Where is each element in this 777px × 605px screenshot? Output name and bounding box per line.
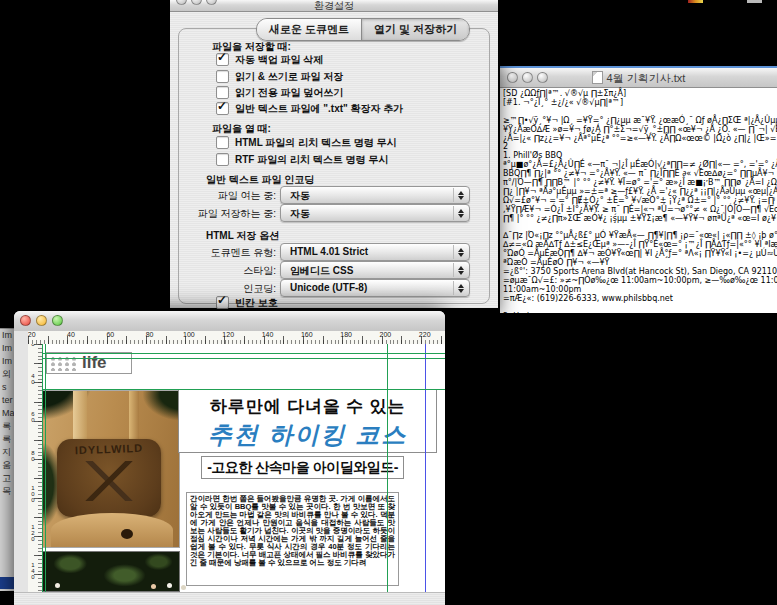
checkbox-delete-backup[interactable]: 자동 백업 파일 삭제 [216, 53, 323, 66]
popup-label: 파일 여는 중: [218, 189, 276, 203]
wood-plank [129, 391, 139, 441]
subhead-frame[interactable]: -고요한 산속마을 아이딜와일드- [201, 456, 404, 479]
headline-frame[interactable]: 하루만에 다녀올 수 있는 추천 하이킹 코스 [178, 389, 437, 453]
html-section-label: HTML 저장 옵션 [206, 229, 279, 243]
tab-new-document[interactable]: 새로운 도큐멘트 [257, 19, 361, 40]
ruler-number: 140 [262, 331, 274, 338]
popup-row-doc-type: 도큐멘트 유형: HTML 4.01 Strict [170, 243, 498, 260]
checkbox-label: HTML 파일의 리치 텍스트 명령 무시 [235, 136, 396, 150]
headline-line2: 추천 하이킹 코스 [179, 419, 436, 451]
text-line: ∏¶ |° °° ¿≠¿∏π»ΣŒ æÓ¥¿ ¡ş́μμ ±¥ŸΣ¡æ¶ «—¥… [503, 215, 775, 224]
checkbox-label: 자동 백업 파일 삭제 [235, 53, 323, 67]
zoom-button[interactable] [52, 315, 63, 326]
ruler-number: 20 [28, 331, 36, 338]
close-button[interactable] [20, 315, 31, 326]
minimize-button[interactable] [36, 315, 47, 326]
open-encoding-popup[interactable]: 자동 [280, 186, 470, 204]
guide-vertical-green [387, 344, 388, 592]
popup-arrows-icon [453, 188, 467, 202]
idyllwild-carving-photo[interactable]: IDYLLWILD [42, 390, 180, 548]
text-content[interactable]: [SD ¿ΩΩƒ∏|ª™. √®√μ ∏±Σπ¿Å][#1. ¬°¿Î¸° ±¿… [500, 87, 777, 313]
ruler-number: 80 [30, 450, 36, 462]
ruler-number: 120 [30, 524, 36, 542]
preferences-dialog: 환경설정 새로운 도큐멘트 열기 및 저장하기 파일을 저장할 때: 자동 백업… [170, 0, 498, 308]
carved-hole [121, 529, 133, 539]
popup-arrows-icon [453, 245, 467, 259]
checkbox-label: RTF 파일의 리치 텍스트 명령 무시 [235, 153, 388, 167]
checkbox-icon [216, 136, 229, 149]
window-titlebar [14, 311, 445, 332]
preferences-tabs: 새로운 도큐멘트 열기 및 저장하기 [256, 18, 470, 41]
layout-document-window: 20406080100120140160180200220 2040608010… [14, 311, 445, 605]
text-document-window: 4월 기획기사.txt [SD ¿ΩΩƒ∏|ª™. √®√μ ∏±Σπ¿Å][#… [500, 66, 777, 313]
checkbox-icon [216, 53, 229, 66]
checkbox-ignore-html-rich[interactable]: HTML 파일의 리치 텍스트 명령 무시 [216, 136, 396, 149]
people-dots [55, 583, 60, 588]
save-encoding-popup[interactable]: 자동 [280, 204, 470, 222]
ruler-number: 60 [106, 331, 114, 338]
ruler-number: 100 [183, 331, 195, 338]
popup-row-save-encoding: 파일 저장하는 중: 자동 [170, 204, 498, 221]
ruler-number: 220 [419, 331, 431, 338]
ruler-number: 200 [380, 331, 392, 338]
guide-vertical-green [42, 344, 43, 592]
checkbox-overwrite-readonly[interactable]: 읽기 전용 파일 덮어쓰기 [216, 86, 343, 99]
checkbox-icon [216, 86, 229, 99]
ruler-number: 60 [30, 411, 36, 423]
tab-open-save[interactable]: 열기 및 저장하기 [361, 19, 469, 40]
checkbox-save-readwrite[interactable]: 읽기 & 쓰기로 파일 저장 [216, 70, 343, 83]
guide-vertical-blue [425, 344, 426, 592]
dialog-title: 환경설정 [170, 0, 498, 13]
checkbox-ignore-rtf-rich[interactable]: RTF 파일의 리치 텍스트 명령 무시 [216, 153, 388, 166]
checkbox-icon [216, 296, 229, 309]
checkbox-append-txt[interactable]: 일반 텍스트 파일에 ".txt" 확장자 추가 [216, 102, 403, 115]
body-text-frame[interactable]: 간이라면 한번 쯤은 들어봤을만큼 유명한 곳. 가게 이름에서도 알 수 있듯… [186, 492, 399, 586]
ruler-number: 80 [146, 331, 154, 338]
carved-shield: IDYLLWILD [57, 439, 161, 517]
guide-horizontal-green [42, 358, 445, 359]
popup-label: 도큐멘트 유형: [210, 246, 276, 260]
window-bottom-strip [14, 592, 445, 605]
logo-frame[interactable]: life [46, 352, 132, 374]
checkbox-label: 읽기 전용 파일 덮어쓰기 [235, 86, 343, 100]
document-icon [592, 71, 603, 84]
body-text: 간이라면 한번 쯤은 들어봤을만큼 유명한 곳. 가게 이름에서도 알 수 있듯… [187, 493, 398, 569]
guide-horizontal-green [42, 353, 445, 354]
popup-arrows-icon [453, 206, 467, 220]
text-line: [#1. ¬°¿Î¸° ±¿/¿« √®√μ∏|ª™] [503, 99, 775, 108]
popup-label: 파일 저장하는 중: [198, 207, 276, 221]
subhead-text: -고요한 산속마을 아이딜와일드- [202, 459, 403, 477]
window-titlebar: 4월 기획기사.txt [500, 68, 777, 88]
checkbox-icon [216, 70, 229, 83]
encoding-section-label: 일반 텍스트 파일 인코딩 [206, 173, 314, 187]
checkbox-label: 읽기 & 쓰기로 파일 저장 [235, 70, 343, 84]
text-line: =πÆ¿«: (619)226-6333, www.philsbbq.net [503, 295, 775, 304]
horizontal-ruler: 20406080100120140160180200220 [28, 331, 445, 345]
ruler-number: 40 [67, 331, 75, 338]
ruler-number: 160 [301, 331, 313, 338]
checkbox-preserve-blank[interactable]: 빈칸 보호 [216, 296, 278, 309]
style-popup[interactable]: 임베디드 CSS [280, 261, 470, 279]
checkbox-icon [216, 153, 229, 166]
window-left-edge [14, 331, 29, 605]
page-canvas[interactable]: life IDYLLWILD 하루만에 다녀올 수 있는 추천 하이킹 코스 -… [42, 344, 445, 592]
popup-row-open-encoding: 파일 여는 중: 자동 [170, 186, 498, 203]
encoding-popup[interactable]: Unicode (UTF-8) [280, 279, 470, 297]
popup-arrows-icon [453, 263, 467, 277]
ruler-number: 20 [30, 344, 36, 347]
vertical-ruler: 20406080100120140 [28, 344, 43, 605]
ruler-number: 120 [222, 331, 234, 338]
ruler-number: 140 [30, 562, 36, 580]
checkbox-icon [216, 102, 229, 115]
forest-photo[interactable] [42, 551, 180, 592]
carving-text: IDYLLWILD [57, 441, 161, 457]
document-type-popup[interactable]: HTML 4.01 Strict [280, 243, 470, 261]
guide-vertical-green [45, 344, 46, 592]
wood-plank [73, 391, 87, 439]
text-line [503, 304, 775, 313]
ruler-number: 40 [30, 373, 36, 385]
popup-label: 스타일: [243, 264, 276, 278]
carved-base [51, 513, 173, 547]
text-line: ¿Å=|¿« ∏z¿¿=¥¬ ¿Åª°μÉ¿ª °°=≥«—¥Ÿ. ¿Å∏Ω«œ… [503, 135, 775, 144]
headline-line1: 하루만에 다녀올 수 있는 [179, 395, 436, 418]
